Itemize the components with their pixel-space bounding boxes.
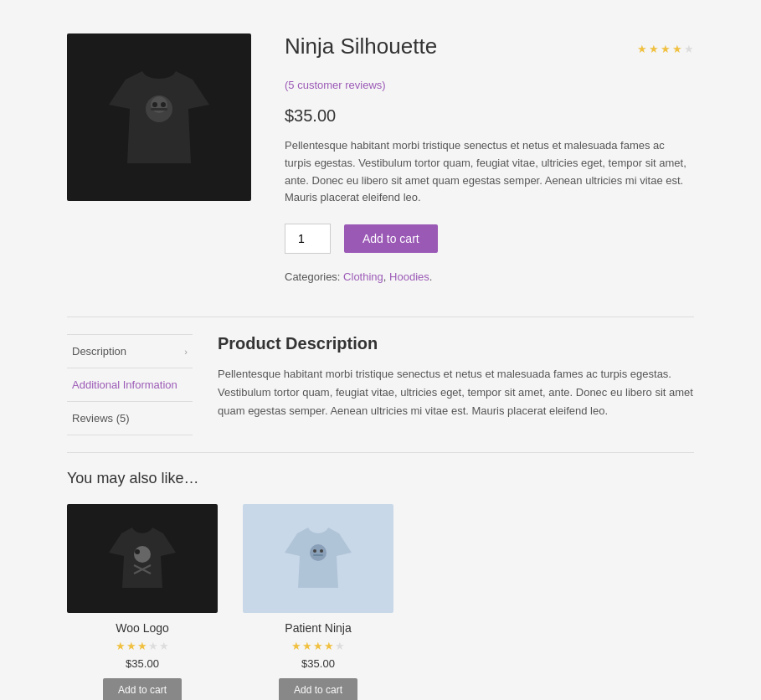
quantity-input[interactable] [285,224,331,254]
related-card-title-woo: Woo Logo [67,621,218,635]
tab-content-title: Product Description [218,334,694,353]
related-add-to-cart-ninja[interactable]: Add to cart [279,678,357,700]
header-star-rating: ★ ★ ★ ★ ★ [637,43,694,55]
tab-description[interactable]: Description › [67,334,193,368]
tab-content-text: Pellentesque habitant morbi tristique se… [218,365,694,420]
product-price: $35.00 [285,106,694,126]
svg-point-12 [320,549,323,553]
svg-point-10 [310,544,327,561]
related-card-patient-ninja: Patient Ninja ★ ★ ★ ★ ★ $35.00 Add to ca… [243,504,393,700]
product-info: Ninja Silhouette ★ ★ ★ ★ ★ (5 customer r… [285,33,694,283]
product-image-container [67,33,251,201]
related-stars-ninja: ★ ★ ★ ★ ★ [243,640,393,652]
related-card-woo-logo: Woo Logo ★ ★ ★ ★ ★ $35.00 Add to cart [67,504,218,700]
categories-line: Categories: Clothing, Hoodies. [285,270,694,283]
product-description: Pellentesque habitant morbi tristique se… [285,137,694,207]
related-card-title-ninja: Patient Ninja [243,621,393,635]
related-image-patient-ninja[interactable] [243,504,393,613]
related-price-ninja: $35.00 [243,657,393,670]
product-title: Ninja Silhouette [285,33,437,59]
svg-rect-13 [313,554,323,556]
top-divider [67,317,694,317]
reviews-link[interactable]: (5 customer reviews) [285,79,386,91]
related-title: You may also like… [67,470,694,487]
chevron-right-icon: › [184,347,188,357]
related-add-to-cart-woo[interactable]: Add to cart [103,678,182,700]
tab-content-area: Product Description Pellentesque habitan… [218,334,694,420]
tab-reviews[interactable]: Reviews (5) [67,402,193,435]
category-hoodies-link[interactable]: Hoodies [389,270,429,283]
svg-point-11 [313,549,316,553]
svg-rect-4 [151,108,167,111]
related-image-woo-logo[interactable] [67,504,218,613]
svg-point-2 [152,102,157,107]
related-price-woo: $35.00 [67,657,218,670]
related-stars-woo: ★ ★ ★ ★ ★ [67,640,218,652]
related-grid: Woo Logo ★ ★ ★ ★ ★ $35.00 Add to cart [67,504,694,700]
svg-point-6 [135,549,140,554]
tabs-sidebar: Description › Additional Information Rev… [67,334,193,435]
add-to-cart-button[interactable]: Add to cart [344,224,438,253]
svg-point-5 [134,546,151,563]
categories-label: Categories: [285,270,340,283]
tab-additional-information[interactable]: Additional Information [67,368,193,402]
category-clothing-link[interactable]: Clothing [343,270,383,283]
product-image [67,33,251,201]
bottom-divider [67,452,694,453]
related-section: You may also like… Woo Logo [67,470,694,700]
svg-point-3 [161,102,166,107]
